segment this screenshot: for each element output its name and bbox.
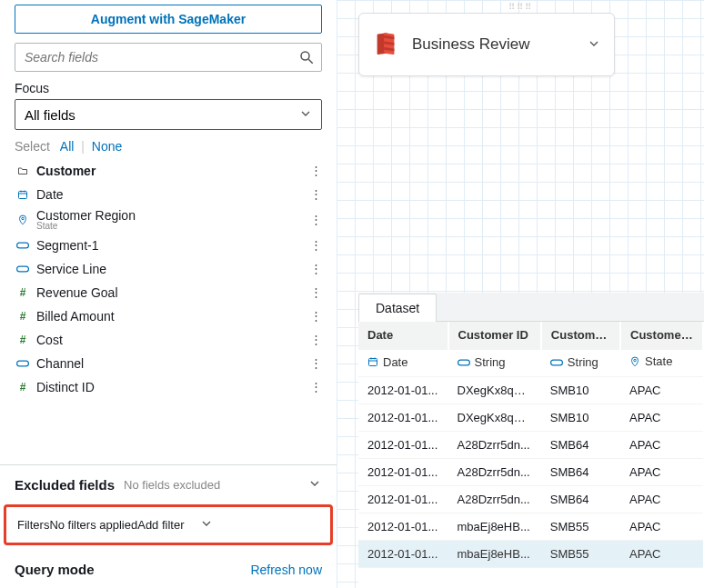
column-type: State — [620, 349, 703, 376]
table-cell: SMB64 — [541, 485, 620, 513]
search-fields-input[interactable] — [15, 43, 322, 72]
date-icon — [367, 356, 378, 370]
number-icon: # — [15, 381, 31, 394]
string-icon — [15, 241, 31, 250]
table-row[interactable]: 2012-01-01...DXegKx8qH...SMB10APAC — [358, 376, 703, 404]
field-customer-region[interactable]: Customer RegionState⋮ — [15, 206, 331, 234]
add-filter-link[interactable]: Add filter — [137, 518, 184, 532]
field-list: Customer⋮Date⋮Customer RegionState⋮Segme… — [15, 159, 331, 399]
field-label: Cost — [36, 333, 63, 347]
table-cell: mbaEj8eHB... — [448, 513, 541, 540]
number-icon: # — [15, 334, 31, 346]
svg-rect-20 — [550, 360, 562, 365]
svg-rect-19 — [458, 360, 469, 365]
field-customer[interactable]: Customer⋮ — [15, 159, 331, 183]
field-sublabel: State — [36, 222, 136, 231]
number-icon: # — [15, 286, 31, 299]
string-icon — [550, 356, 563, 370]
table-row[interactable]: 2012-01-01...DXegKx8qH...SMB10APAC — [358, 404, 703, 431]
table-cell: APAC — [620, 376, 703, 404]
string-icon — [15, 264, 31, 274]
table-row[interactable]: 2012-01-01...A28Dzrr5dn...SMB64APAC — [358, 485, 703, 513]
svg-point-21 — [634, 359, 637, 362]
svg-rect-9 — [17, 361, 29, 366]
field-label: Distinct ID — [36, 380, 95, 394]
table-cell: SMB55 — [541, 513, 620, 540]
excluded-fields-section[interactable]: Excluded fields No fields excluded — [0, 464, 337, 504]
query-mode-section[interactable]: Query mode Refresh now — [0, 551, 337, 588]
table-cell: APAC — [620, 540, 703, 567]
svg-point-6 — [22, 217, 25, 220]
table-cell: 2012-01-01... — [358, 404, 448, 431]
field-label: Segment-1 — [36, 238, 98, 253]
dataset-card-title: Business Review — [412, 35, 529, 54]
geo-icon — [15, 214, 31, 226]
database-icon — [372, 31, 399, 58]
field-label: Date — [36, 187, 64, 202]
table-cell: 2012-01-01... — [358, 376, 448, 404]
table-cell: A28Dzrr5dn... — [448, 485, 541, 513]
field-cost[interactable]: #Cost⋮ — [15, 328, 331, 352]
table-cell: APAC — [620, 485, 703, 513]
focus-select[interactable]: All fields — [15, 99, 322, 130]
svg-rect-7 — [17, 243, 29, 248]
folder-icon — [15, 165, 31, 176]
table-row[interactable]: 2012-01-01...mbaEj8eHB...SMB55APAC — [358, 513, 703, 540]
field-revenue-goal[interactable]: #Revenue Goal⋮ — [15, 281, 331, 304]
dataset-preview: Dataset DateCustomer IDCustomer …Custome… — [358, 293, 704, 588]
column-type: String — [541, 349, 620, 376]
field-billed-amount[interactable]: #Billed Amount⋮ — [15, 304, 331, 328]
field-label: Service Line — [36, 262, 106, 276]
table-cell: APAC — [620, 404, 703, 431]
field-distinct-id[interactable]: #Distinct ID⋮ — [15, 375, 331, 399]
table-cell: SMB10 — [541, 376, 620, 404]
refresh-now-link[interactable]: Refresh now — [250, 563, 322, 577]
table-row[interactable]: 2012-01-01...A28Dzrr5dn...SMB64APAC — [358, 458, 703, 485]
augment-with-sagemaker-button[interactable]: Augment with SageMaker — [15, 5, 322, 34]
column-header[interactable]: Customer .. — [620, 322, 703, 349]
chevron-down-icon — [307, 476, 322, 493]
filters-section[interactable]: Filters No filters applied Add filter — [4, 504, 333, 545]
preview-table: DateCustomer IDCustomer …Customer .. Dat… — [358, 322, 704, 568]
table-cell: 2012-01-01... — [358, 540, 448, 567]
column-header[interactable]: Customer ID — [448, 322, 541, 349]
table-cell: mbaEj8eHB... — [448, 540, 541, 567]
table-cell: SMB55 — [541, 540, 620, 567]
field-date[interactable]: Date⋮ — [15, 183, 331, 206]
field-label: Channel — [36, 356, 84, 371]
table-cell: DXegKx8qH... — [448, 376, 541, 404]
svg-rect-8 — [17, 266, 29, 272]
chevron-down-icon[interactable] — [587, 36, 601, 54]
select-all-link[interactable]: All — [60, 139, 75, 154]
table-cell: DXegKx8qH... — [448, 404, 541, 431]
field-segment-1[interactable]: Segment-1⋮ — [15, 234, 331, 257]
field-label: Billed Amount — [36, 309, 115, 324]
table-cell: APAC — [620, 458, 703, 485]
table-row[interactable]: 2012-01-01...mbaEj8eHB...SMB55APAC — [358, 540, 703, 567]
geo-icon — [629, 355, 640, 371]
right-panel: ⠿⠿⠿ Business Review Dataset DateCustomer… — [337, 0, 704, 588]
field-label: Customer Region — [36, 209, 136, 222]
column-header[interactable]: Date — [358, 322, 448, 349]
field-service-line[interactable]: Service Line⋮ — [15, 257, 331, 281]
field-select-controls: Select All | None — [15, 139, 322, 154]
column-type: Date — [358, 349, 448, 376]
table-cell: 2012-01-01... — [358, 485, 448, 513]
field-channel[interactable]: Channel⋮ — [15, 352, 331, 375]
column-header[interactable]: Customer … — [541, 322, 620, 349]
dataset-card[interactable]: Business Review — [358, 13, 615, 76]
table-cell: SMB64 — [541, 458, 620, 485]
date-icon — [15, 189, 31, 200]
number-icon: # — [15, 310, 31, 323]
field-label: Revenue Goal — [36, 285, 118, 300]
table-cell: APAC — [620, 513, 703, 540]
tab-dataset[interactable]: Dataset — [358, 294, 437, 322]
table-row[interactable]: 2012-01-01...A28Dzrr5dn...SMB64APAC — [358, 431, 703, 458]
table-cell: SMB10 — [541, 404, 620, 431]
string-icon — [458, 356, 470, 370]
drag-handle-icon[interactable]: ⠿⠿⠿ — [508, 2, 533, 12]
field-label: Customer — [36, 164, 96, 178]
table-cell: A28Dzrr5dn... — [448, 458, 541, 485]
table-cell: 2012-01-01... — [358, 458, 448, 485]
select-none-link[interactable]: None — [92, 139, 122, 154]
